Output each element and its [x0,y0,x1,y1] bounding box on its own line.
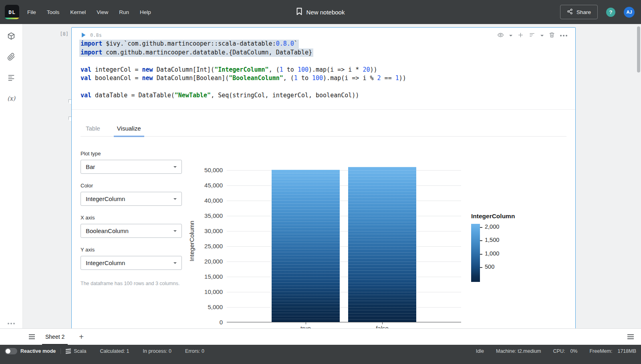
delete-cell-icon[interactable] [549,32,555,40]
visibility-icon[interactable] [497,32,504,40]
y-axis-tick-label: 0 [185,319,223,326]
y-axis-tick-label: 5,000 [185,304,223,310]
sidebar-more-icon[interactable] [8,323,15,324]
code-line[interactable]: val dataTable = DataTable("NewTable", Se… [81,91,573,100]
cell-menu-chevron-down-icon[interactable] [540,35,544,38]
legend-tickmark [480,267,482,268]
datalore-logo[interactable]: DL [5,5,19,19]
status-left: Reactive mode Scala Calculated: 1 In pro… [5,348,218,354]
add-sheet-button[interactable]: + [79,333,84,341]
share-button[interactable]: Share [560,5,598,19]
gridline [227,307,461,308]
gridline [227,277,461,277]
x-axis-label: X axis [81,215,182,221]
add-cell-icon[interactable] [518,32,524,40]
x-axis-tick-label: false [366,325,398,328]
cpu-usage: CPU: 0% [553,348,578,354]
gridline [227,216,461,216]
menu-kernel[interactable]: Kernel [70,9,86,15]
avatar[interactable]: AJ [624,7,635,18]
visibility-chevron-down-icon[interactable] [509,35,512,38]
calculated-count: Calculated: 1 [100,348,129,354]
notebook-title[interactable]: New notebook [306,9,345,16]
y-axis-value: IntegerColumn [86,259,125,266]
status-bar: Reactive mode Scala Calculated: 1 In pro… [0,345,641,364]
cell-more-icon[interactable] [560,35,567,36]
bar-false[interactable] [348,167,416,322]
sheet-bar: Sheet 2 + [0,328,641,345]
code-line[interactable]: val integerCol = new DataColumn[Int]("In… [81,66,573,74]
plot-type-group: Plot type Bar [81,151,182,174]
run-cell-button[interactable] [81,32,86,39]
notebook-title-area[interactable]: New notebook [296,0,345,24]
legend-tick-label: 1,500 [485,237,499,243]
x-axis-tickmark [382,322,383,324]
menu-view[interactable]: View [97,9,108,15]
code-line[interactable]: import $ivy.`com.github.martincooper::sc… [81,40,573,48]
machine-info[interactable]: Machine: t2.medium [496,348,541,354]
variables-icon[interactable]: (x) [6,93,17,104]
code-output-divider [72,109,575,110]
x-axis-tick-label: true [290,325,322,328]
in-process-count: In process: 0 [143,348,171,354]
gridline [227,292,461,292]
free-memory: FreeMem: 1718MB [589,348,636,354]
cell-run-time: 0.8s [90,32,102,38]
color-select[interactable]: IntegerColumn [81,192,182,206]
legend-gradient-bar [471,224,480,282]
legend-tickmark [480,227,482,228]
sheet-list-icon[interactable] [29,334,35,339]
notebook-structure-icon[interactable] [6,30,17,42]
logo-text: DL [8,9,16,15]
y-axis-label: Y axis [81,247,182,253]
legend-tickmark [480,254,482,255]
menu-run[interactable]: Run [119,9,129,15]
share-icon [567,8,573,16]
gridline [227,231,461,231]
bar-true[interactable] [272,170,340,322]
y-axis-tick-label: 45,000 [185,182,223,189]
kernel-name[interactable]: Scala [74,348,86,354]
menu-help[interactable]: Help [140,9,151,15]
attachments-icon[interactable] [6,51,17,62]
table-of-contents-icon[interactable] [6,72,17,83]
sheet-overview-icon[interactable] [627,334,634,339]
cell-menu-lines-icon[interactable] [529,32,535,39]
menu-tools[interactable]: Tools [47,9,60,15]
code-line[interactable]: val booleanCol = new DataColumn[Boolean]… [81,74,573,83]
tabs-divider [81,136,566,137]
x-axis-group: X axis BooleanColumn [81,215,182,238]
main-menu: File Tools Kernel View Run Help [27,9,151,15]
y-axis-tick-label: 20,000 [185,258,223,265]
cell-execution-count: [8] [57,31,69,37]
reactive-mode-toggle[interactable] [5,348,17,354]
code-block[interactable]: import $ivy.`com.github.martincooper::sc… [81,40,573,100]
x-axis-tickmark [306,322,306,324]
code-cell[interactable]: 0.8s [71,27,576,328]
y-axis-tick-label: 15,000 [185,273,223,280]
vertical-scrollbar[interactable] [637,26,640,72]
chart-legend: IntegerColumn 2,0001,5001,000500 [471,213,575,220]
code-line[interactable]: import com.github.martincooper.datatable… [81,48,573,57]
chevron-down-icon [173,262,177,265]
gridline [227,246,461,247]
menu-file[interactable]: File [27,9,36,15]
x-axis-select[interactable]: BooleanColumn [81,224,182,238]
dataframe-note: The dataframe has 100 rows and 3 columns… [81,281,179,286]
errors-count: Errors: 0 [185,348,204,354]
chevron-down-icon [173,230,177,233]
tab-table[interactable]: Table [83,120,103,137]
help-icon[interactable]: ? [606,8,615,17]
status-divider [60,348,61,354]
plot-type-select[interactable]: Bar [81,160,182,174]
code-line[interactable]: ​ [81,57,573,66]
chevron-down-icon [173,198,177,201]
legend-title: IntegerColumn [471,213,575,220]
tab-visualize[interactable]: Visualize [114,120,144,137]
sheet-tab-active[interactable]: Sheet 2 [42,329,68,345]
plot-type-label: Plot type [81,151,182,157]
header-actions: Share ? AJ [560,0,635,24]
bookmark-icon [296,8,302,17]
code-line[interactable]: ​ [81,83,573,92]
y-axis-select[interactable]: IntegerColumn [81,256,182,270]
